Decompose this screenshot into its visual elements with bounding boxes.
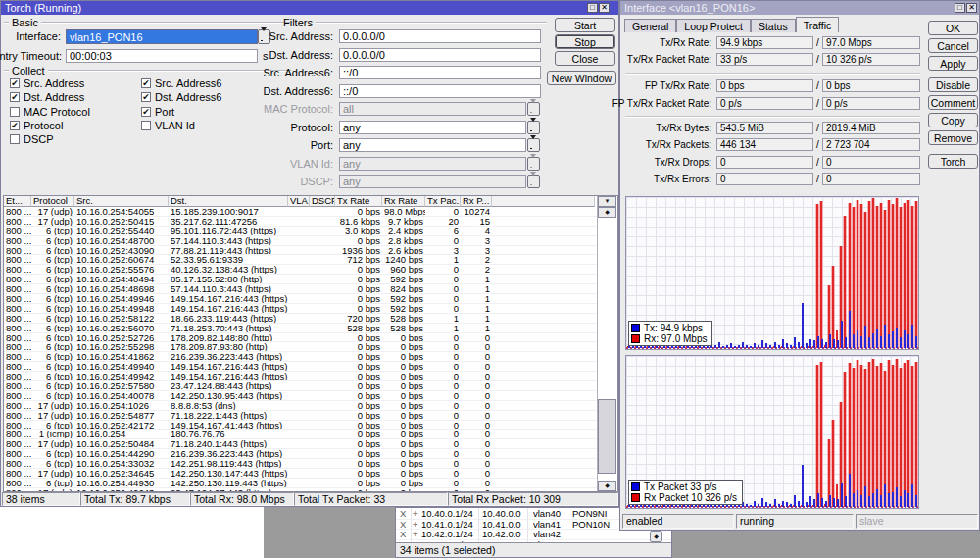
tab-loop-protect[interactable]: Loop Protect bbox=[676, 19, 751, 32]
new-window-button[interactable]: New Window bbox=[547, 71, 616, 85]
table-cell: 800 ... bbox=[4, 459, 31, 468]
column-header-protocol[interactable]: Protocol bbox=[31, 196, 74, 207]
table-row[interactable]: 800 ...6 (tcp)10.16.0.252:42172149.154.1… bbox=[4, 421, 597, 431]
table-row[interactable]: 800 ...6 (tcp)10.16.0.254:4049485.17.155… bbox=[4, 275, 597, 284]
column-header-tx-pac[interactable]: Tx Pac... bbox=[425, 196, 461, 207]
table-row[interactable]: 800 ...6 (tcp)10.16.0.254:44290216.239.3… bbox=[4, 449, 597, 459]
cancel-button[interactable]: Cancel bbox=[928, 38, 978, 53]
table-row[interactable]: 800 ...6 (tcp)10.16.0.252:4309077.88.21.… bbox=[4, 246, 597, 256]
remove-button[interactable]: Remove bbox=[928, 130, 978, 145]
table-row[interactable]: 800 ...6 (tcp)10.16.0.254:41862216.239.3… bbox=[4, 352, 597, 362]
filter-port-dropdown-icon[interactable] bbox=[527, 138, 540, 152]
close-icon[interactable]: ✕ bbox=[966, 3, 977, 13]
tab-general[interactable]: General bbox=[624, 19, 676, 32]
close-icon[interactable]: ✕ bbox=[599, 3, 610, 13]
table-row[interactable]: 800 ...17 (udp)10.16.0.254:5405515.185.2… bbox=[4, 207, 597, 217]
table-row[interactable]: 800 ...6 (tcp)10.16.0.252:5557640.126.32… bbox=[4, 265, 597, 275]
table-row[interactable]: 800 ...6 (tcp)10.16.0.252:5544095.101.11… bbox=[4, 227, 597, 236]
table-row[interactable]: 800 ...17 (udp)10.16.0.252:5041535.217.6… bbox=[4, 217, 597, 227]
ok-button[interactable]: OK bbox=[928, 21, 978, 35]
table-cell bbox=[310, 488, 335, 491]
checkbox-src-address6[interactable]: ✔ bbox=[141, 78, 151, 88]
table-row[interactable]: 800 ...6 (tcp)10.16.0.254:4870057.144.11… bbox=[4, 236, 597, 246]
status-total-rx-packet: Total Rx Packet: 10 309 bbox=[448, 492, 618, 506]
table-row[interactable]: 800 ...6 (tcp)10.16.0.252:55298178.209.8… bbox=[4, 342, 597, 352]
close-button[interactable]: Close bbox=[555, 51, 615, 66]
filter-port-select[interactable]: any bbox=[339, 138, 526, 152]
table-cell: 0 bbox=[425, 401, 461, 410]
table-row[interactable]: 800 ...6 (tcp)10.16.0.252:5812218.66.233… bbox=[4, 314, 597, 324]
checkbox-protocol[interactable]: ✔ bbox=[10, 121, 20, 130]
apply-button[interactable]: Apply bbox=[928, 56, 978, 71]
scroll-down-icon[interactable]: ◆ bbox=[650, 531, 662, 542]
restore-icon[interactable]: □ bbox=[955, 3, 965, 13]
table-row[interactable]: 800 ...6 (tcp)10.16.0.254:49948149.154.1… bbox=[4, 304, 597, 314]
checkbox-label: MAC Protocol bbox=[24, 107, 90, 118]
disable-button[interactable]: Disable bbox=[928, 77, 978, 92]
table-row[interactable]: 800 ...6 (tcp)10.16.0.254:40078142.250.1… bbox=[4, 391, 597, 401]
column-header-dscp[interactable]: DSCP bbox=[310, 196, 335, 207]
scroll-up-icon[interactable]: ◆ bbox=[598, 207, 616, 218]
seconds-suffix: s bbox=[263, 49, 269, 63]
comment-button[interactable]: Comment bbox=[928, 95, 978, 110]
filter-src-address6-input[interactable]: ::/0 bbox=[339, 66, 541, 79]
column-header-vla[interactable]: VLA... bbox=[288, 196, 310, 207]
address-list-row[interactable]: X+10.42.0.1/2410.42.0.0vlan42 bbox=[396, 530, 671, 540]
checkbox-dst-address[interactable]: ✔ bbox=[10, 92, 20, 102]
table-row[interactable]: 800 ...17 (udp)10.16.0.252:5487771.18.22… bbox=[4, 411, 597, 421]
table-row[interactable]: 800 ...6 (tcp)10.16.0.254:33032142.251.9… bbox=[4, 459, 597, 469]
torch-titlebar[interactable]: Torch (Running) □ ✕ bbox=[1, 1, 618, 15]
table-row[interactable]: 800 ...6 (tcp)10.16.0.252:6067452.33.95.… bbox=[4, 255, 597, 265]
table-cell: 52.33.95.61:9339 bbox=[169, 255, 288, 264]
table-row[interactable]: 800 ...6 (tcp)10.16.0.252:5607071.18.253… bbox=[4, 324, 597, 333]
checkbox-dscp[interactable] bbox=[10, 134, 20, 144]
scroll-down-icon[interactable]: ◆ bbox=[598, 481, 616, 491]
table-row[interactable]: 800 ...17 (udp)10.16.0.252:4064323.47.12… bbox=[4, 488, 597, 491]
table-row[interactable]: 800 ...17 (udp)10.16.0.252:34645142.250.… bbox=[4, 469, 597, 479]
tab-status[interactable]: Status bbox=[751, 19, 796, 32]
column-header-rx-p[interactable]: Rx P... bbox=[461, 196, 492, 207]
interface-titlebar[interactable]: Interface <vlan16_PON16> □ ✕ bbox=[620, 1, 979, 15]
checkbox-mac-protocol[interactable] bbox=[10, 107, 20, 117]
checkbox-src-address[interactable]: ✔ bbox=[10, 78, 20, 88]
filter-protocol-select[interactable]: any bbox=[339, 121, 526, 134]
restore-icon[interactable]: □ bbox=[587, 3, 598, 13]
table-row[interactable]: 800 ...17 (udp)10.16.0.254:10268.8.8.8:5… bbox=[4, 401, 597, 411]
copy-button[interactable]: Copy bbox=[928, 113, 978, 127]
vertical-scrollbar[interactable]: ▼ ◆ ◆ bbox=[597, 196, 617, 491]
entry-timeout-input[interactable]: 00:00:03 bbox=[66, 49, 258, 63]
table-row[interactable]: 800 ...6 (tcp)10.16.0.252:5758023.47.124… bbox=[4, 381, 597, 391]
column-header-et[interactable]: Et... bbox=[4, 196, 31, 207]
table-row[interactable]: 800 ...6 (tcp)10.16.0.254:49940149.154.1… bbox=[4, 362, 597, 372]
column-header-dst[interactable]: Dst. bbox=[169, 196, 288, 207]
filter-src-address-input[interactable]: 0.0.0.0/0 bbox=[339, 29, 541, 43]
filter-protocol-dropdown-icon[interactable] bbox=[527, 121, 540, 134]
stat-slash: / bbox=[816, 79, 819, 92]
tab-traffic[interactable]: Traffic bbox=[796, 17, 840, 32]
table-row[interactable]: 800 ...6 (tcp)10.16.0.254:49946149.154.1… bbox=[4, 294, 597, 304]
stop-button[interactable]: Stop bbox=[555, 34, 615, 49]
table-cell: 800 ... bbox=[4, 391, 31, 400]
table-row[interactable]: 800 ...6 (tcp)10.16.0.254:49942149.154.1… bbox=[4, 372, 597, 381]
table-row[interactable]: 800 ...6 (tcp)10.16.0.254:44930142.250.1… bbox=[4, 479, 597, 488]
checkbox-dst-address6[interactable]: ✔ bbox=[141, 92, 151, 102]
table-row[interactable]: 800 ...6 (tcp)10.16.0.252:52726178.209.8… bbox=[4, 333, 597, 343]
table-cell: 10.16.0.252:34645 bbox=[74, 469, 169, 478]
column-menu-icon[interactable]: ▼ bbox=[598, 196, 616, 207]
table-cell: 0 bbox=[461, 381, 492, 390]
table-cell: 0 bps bbox=[382, 479, 425, 487]
table-row[interactable]: 800 ...17 (udp)10.16.0.252:5048471.18.24… bbox=[4, 439, 597, 449]
column-header-tx-rate[interactable]: Tx Rate bbox=[335, 196, 382, 207]
filter-dst-address-input[interactable]: 0.0.0.0/0 bbox=[339, 48, 541, 62]
table-row[interactable]: 800 ...1 (icmp)10.16.0.254180.76.76.760 … bbox=[4, 430, 597, 439]
checkbox-vlan-id[interactable] bbox=[141, 121, 151, 130]
checkbox-port[interactable]: ✔ bbox=[141, 107, 151, 117]
column-header-src[interactable]: Src. bbox=[74, 196, 169, 207]
start-button[interactable]: Start bbox=[555, 18, 615, 32]
column-header-rx-rate[interactable]: Rx Rate bbox=[382, 196, 425, 207]
scrollbar-thumb[interactable] bbox=[598, 399, 616, 474]
torch-button[interactable]: Torch bbox=[928, 154, 978, 169]
interface-select[interactable]: vlan16_PON16 bbox=[66, 29, 258, 44]
table-row[interactable]: 800 ...6 (tcp)10.16.0.254:4869857.144.11… bbox=[4, 284, 597, 294]
filter-dst-address6-input[interactable]: ::/0 bbox=[339, 84, 541, 98]
